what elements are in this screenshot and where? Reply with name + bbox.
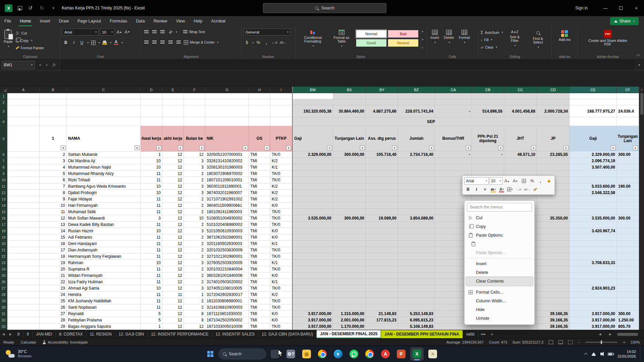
cell[interactable] — [7, 126, 40, 152]
cell[interactable] — [7, 317, 40, 323]
cell-ptkp[interactable]: K/0 — [270, 273, 292, 279]
title-search-box[interactable]: Search — [263, 3, 386, 13]
sheet-tab[interactable]: 12. GAJI CBN (DATA BARU) — [258, 330, 317, 338]
cell-tunjangan[interactable] — [333, 266, 366, 273]
cell[interactable] — [7, 292, 40, 298]
vertical-scrollbar[interactable]: ▲ — [639, 86, 644, 330]
cell-tunjangan[interactable] — [333, 164, 366, 171]
cell-tunjangan[interactable] — [333, 260, 366, 266]
insert-function-icon[interactable]: fx — [53, 62, 56, 67]
cell-awal[interactable]: 11 — [141, 253, 162, 260]
cell-tunjangan[interactable] — [333, 247, 366, 253]
total-cell[interactable]: 188.777.975,27 — [570, 105, 617, 117]
column-header-selected[interactable]: CD — [537, 86, 570, 93]
cell-gaji-2[interactable] — [570, 292, 617, 298]
cell-gaji-2[interactable] — [570, 222, 617, 228]
cell-no[interactable]: 27 — [40, 311, 67, 317]
cell-jp[interactable] — [537, 266, 570, 273]
cell-gaji-2[interactable] — [570, 171, 617, 177]
cell-os[interactable]: TMI — [249, 285, 270, 292]
cell[interactable] — [617, 117, 639, 126]
hscroll-right-icon[interactable]: ▶ — [607, 333, 614, 336]
cell-bulan[interactable]: 2 — [184, 304, 205, 311]
row-header[interactable]: 32 — [0, 317, 7, 323]
cell-nik[interactable]: 3214106810900003 — [205, 304, 249, 311]
cell-ass[interactable] — [366, 209, 398, 215]
mini-font-color-button[interactable]: A▾ — [498, 186, 505, 193]
cell-tunjangan[interactable] — [333, 222, 366, 228]
cell-ass[interactable] — [366, 292, 398, 298]
cell-tunjangan-2[interactable]: 300.00 — [617, 152, 639, 158]
cell[interactable] — [67, 93, 141, 99]
cell-akhir[interactable]: 12 — [162, 260, 184, 266]
cell-awal[interactable]: 11 — [141, 241, 162, 247]
cell-awal[interactable]: 11 — [141, 298, 162, 304]
header-cell-ptkp[interactable]: PTKP — [270, 126, 292, 152]
cell-ptkp[interactable]: TK/0 — [270, 152, 292, 158]
cell[interactable] — [7, 171, 40, 177]
cell-jp[interactable] — [537, 298, 570, 304]
cell-nik[interactable]: 5101020406980002 — [205, 222, 249, 228]
cell-nik[interactable]: 1671033005010006 — [205, 323, 249, 330]
cell[interactable] — [270, 93, 292, 99]
cell-gaji[interactable]: 2.329.000,00 — [292, 152, 333, 158]
cell[interactable] — [7, 158, 40, 164]
cell-tunjangan-2[interactable] — [617, 228, 639, 234]
cell-os[interactable]: TMI — [249, 241, 270, 247]
cell-ass[interactable] — [366, 285, 398, 292]
fill-color-button[interactable] — [101, 39, 108, 46]
cell[interactable] — [205, 105, 249, 117]
cell-nama[interactable]: KM Jushandy Habibillah — [67, 298, 141, 304]
cell-pph[interactable] — [472, 164, 504, 171]
cell-jumlah[interactable] — [398, 196, 435, 202]
cell-akhir[interactable]: 12 — [162, 177, 184, 183]
cell-ptkp[interactable]: TK/0 — [270, 209, 292, 215]
cell-tunjangan-2[interactable] — [617, 273, 639, 279]
cell[interactable] — [184, 117, 205, 126]
header-cell-tunjangan[interactable]: Tunjangan Lain — [333, 126, 366, 152]
cell-akhir[interactable]: 12 — [162, 152, 184, 158]
cell-os[interactable]: TMI — [249, 209, 270, 215]
menu-item-insert[interactable]: Insert — [466, 259, 533, 268]
cell-ptkp[interactable]: K/0 — [270, 311, 292, 317]
header-cell-os[interactable]: OS — [249, 126, 270, 152]
menu-item-clear-contents[interactable]: Clear Contents — [466, 277, 533, 286]
cell-nik[interactable]: 3326131410820002 — [205, 158, 249, 164]
cell-no[interactable]: 7 — [40, 183, 67, 190]
taskbar-clock[interactable]: 14:02 31/01/2026 — [618, 349, 636, 359]
tab-file[interactable]: File — [0, 16, 15, 26]
cell-tunjangan-2[interactable] — [617, 177, 639, 183]
cell-ptkp[interactable]: TK/0 — [270, 266, 292, 273]
cell-akhir[interactable]: 12 — [162, 215, 184, 222]
cell[interactable] — [67, 105, 141, 117]
cell-gaji[interactable]: 3.917.000,00 — [292, 323, 333, 330]
cell-bulan[interactable]: 8 — [184, 311, 205, 317]
cell-ass[interactable] — [366, 228, 398, 234]
cell-jp[interactable] — [537, 234, 570, 241]
total-cell[interactable]: - — [435, 105, 472, 117]
cell-gaji[interactable] — [292, 279, 333, 285]
cell-ptkp[interactable]: TK/0 — [270, 298, 292, 304]
cell[interactable] — [7, 241, 40, 247]
cell-os[interactable]: TMI — [249, 234, 270, 241]
cell-tunjangan-2[interactable] — [617, 164, 639, 171]
cell-nik[interactable]: 3674032011960007 — [205, 190, 249, 196]
header-cell-gaji[interactable]: Gaji — [292, 126, 333, 152]
cell-awal[interactable]: 10 — [141, 158, 162, 164]
total-cell[interactable]: 2.000.728,34 — [537, 105, 570, 117]
cell[interactable] — [270, 117, 292, 126]
cell-no[interactable]: 10 — [40, 202, 67, 209]
row-header[interactable]: 30 — [0, 304, 7, 311]
cell-pph[interactable]: - — [472, 152, 504, 158]
cell[interactable] — [398, 93, 435, 99]
row-header[interactable]: 31 — [0, 311, 7, 317]
cell-jumlah[interactable] — [398, 241, 435, 247]
cell[interactable] — [7, 152, 40, 158]
cell[interactable] — [184, 99, 205, 105]
mini-percent-button[interactable]: % — [528, 177, 536, 185]
cell-nama[interactable]: Supriatna R — [67, 266, 141, 273]
column-header-selected[interactable]: CC — [504, 86, 537, 93]
cell-jumlah[interactable] — [398, 171, 435, 177]
cell-akhir[interactable]: 12 — [162, 241, 184, 247]
cell[interactable] — [162, 99, 184, 105]
